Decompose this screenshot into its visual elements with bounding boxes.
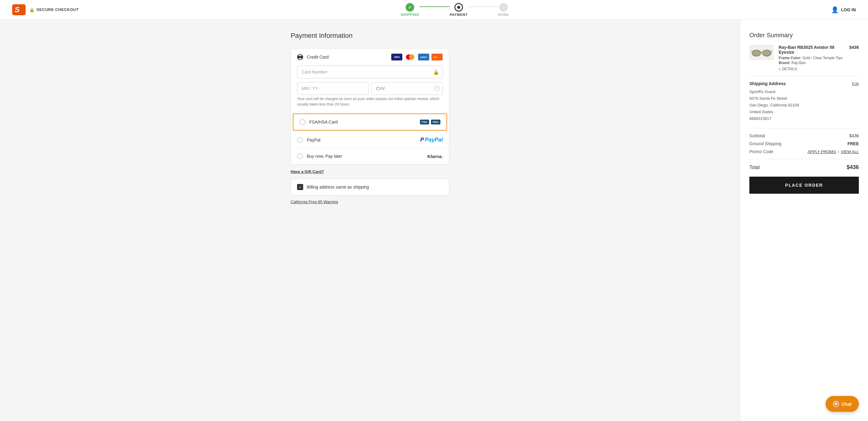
lock-icon: 🔒 — [29, 7, 35, 12]
billing-checkbox[interactable]: ✓ — [297, 184, 303, 190]
klarna-option-left: Buy now, Pay later — [297, 153, 342, 159]
promo-slash: / — [838, 149, 839, 154]
step-line-2 — [468, 6, 498, 7]
total-value: $436 — [847, 164, 859, 171]
login-button[interactable]: 👤 LOG IN — [831, 6, 856, 13]
item-price: $436 — [849, 45, 859, 50]
step-line-1 — [420, 6, 450, 7]
card-number-wrap: 🔒 — [297, 66, 443, 79]
checkout-stepper: ✓ SHIPPING PAYMENT DONE — [401, 3, 509, 17]
paypal-label: PayPal — [307, 138, 320, 143]
left-panel: Payment Information Credit Card VISA — [0, 20, 740, 421]
billing-same-box: ✓ Billing address same as shipping — [291, 179, 449, 195]
cvv-input[interactable] — [371, 82, 443, 95]
header-left: S 🔒 SECURE CHECKOUT — [12, 4, 79, 15]
shipping-country: United States — [749, 109, 859, 115]
expiry-wrap — [297, 82, 368, 95]
klarna-label: Buy now, Pay later — [307, 154, 342, 159]
item-info: Ray-Ban RB3025 Aviator 58 Eyesize $436 F… — [779, 45, 859, 71]
card-note: Your card will be charged as soon as you… — [297, 96, 443, 107]
shipping-address-title: Shipping Address — [749, 81, 786, 86]
svg-text:S: S — [14, 5, 20, 14]
fsa-badge: FSA — [420, 120, 429, 124]
step-shipping-circle: ✓ — [406, 3, 414, 11]
shipping-value: FREE — [847, 141, 859, 146]
svg-point-7 — [763, 50, 771, 56]
cvv-help-icon[interactable]: ? — [434, 86, 440, 91]
card-lock-icon: 🔒 — [433, 69, 439, 75]
cvv-wrap: ? — [371, 82, 443, 95]
chevron-down-icon: ∨ — [779, 67, 781, 71]
discover-icon: DISC — [431, 53, 443, 61]
chat-icon: 💬 — [833, 401, 839, 407]
payment-box: Credit Card VISA AMEX — [291, 48, 449, 164]
fsa-hsa-radio[interactable] — [300, 119, 306, 125]
checkmark-icon: ✓ — [299, 185, 302, 189]
step-done: DONE — [498, 3, 509, 17]
header: S 🔒 SECURE CHECKOUT ✓ SHIPPING PAYMENT D… — [0, 0, 868, 20]
credit-card-option[interactable]: Credit Card VISA AMEX — [291, 49, 449, 66]
item-image — [749, 45, 774, 60]
step-done-label: DONE — [498, 13, 509, 17]
klarna-option[interactable]: Buy now, Pay later Klarna. — [291, 148, 449, 164]
amex-icon: AMEX — [418, 53, 429, 61]
step-done-circle — [499, 3, 508, 11]
subtotal-value: $436 — [849, 133, 859, 138]
card-brand-icons: VISA AMEX DISC — [391, 53, 443, 61]
shipping-price-row: Ground Shipping FREE — [749, 141, 859, 146]
secure-checkout-label: 🔒 SECURE CHECKOUT — [29, 7, 79, 12]
chat-button[interactable]: 💬 Chat — [826, 396, 859, 412]
total-label: Total — [749, 165, 760, 170]
hsa-badge: HSA — [431, 120, 440, 124]
fsa-hsa-option[interactable]: FSA/HSA Card FSA HSA — [293, 114, 447, 130]
fsa-hsa-label: FSA/HSA Card — [309, 120, 338, 124]
klarna-radio[interactable] — [297, 153, 303, 159]
fsa-hsa-container: FSA/HSA Card FSA HSA — [291, 112, 449, 132]
step-shipping: ✓ SHIPPING — [401, 3, 420, 17]
promo-links: APPLY PROMO / VIEW ALL — [808, 149, 859, 154]
place-order-button[interactable]: PLACE ORDER — [749, 177, 859, 194]
gift-card-link[interactable]: Have a Gift Card? — [291, 169, 324, 174]
chat-label: Chat — [841, 401, 851, 407]
main-content: Payment Information Credit Card VISA — [0, 20, 868, 421]
edit-shipping-link[interactable]: Edit — [852, 82, 859, 86]
apply-promo-link[interactable]: APPLY PROMO — [808, 149, 836, 154]
details-toggle[interactable]: ∨ DETAILS — [779, 67, 859, 71]
step-payment-circle — [455, 3, 463, 11]
mastercard-icon — [404, 53, 416, 61]
item-brand: Brand: Ray-Ban — [779, 61, 859, 65]
credit-card-label: Credit Card — [307, 55, 329, 59]
divider-1 — [749, 76, 859, 76]
logo-icon[interactable]: S — [12, 4, 26, 15]
prop65-link[interactable]: California Prop 65 Warning — [291, 200, 338, 204]
shipping-address-header: Shipping Address Edit — [749, 81, 859, 86]
paypal-radio[interactable] — [297, 137, 303, 143]
promo-label: Promo Code — [749, 149, 773, 154]
svg-text:DISC: DISC — [433, 56, 438, 58]
step-shipping-label: SHIPPING — [401, 13, 420, 17]
item-name-price-row: Ray-Ban RB3025 Aviator 58 Eyesize $436 — [779, 45, 859, 56]
credit-card-section: Credit Card VISA AMEX — [291, 49, 449, 112]
shipping-phone: 8888315817 — [749, 115, 859, 122]
svg-line-9 — [771, 51, 772, 52]
divider-2 — [749, 128, 859, 128]
paypal-option-left: PayPal — [297, 137, 320, 143]
view-all-link[interactable]: VIEW ALL — [841, 149, 859, 154]
billing-label: Billing address same as shipping — [307, 185, 369, 189]
item-name: Ray-Ban RB3025 Aviator 58 Eyesize — [779, 45, 849, 55]
credit-card-radio[interactable] — [297, 54, 303, 60]
subtotal-label: Subtotal — [749, 133, 765, 138]
expiry-input[interactable] — [297, 82, 368, 95]
paypal-option[interactable]: PayPal P PayPal — [291, 132, 449, 148]
credit-card-option-left: Credit Card — [297, 54, 329, 60]
shipping-name: SportRx Guest — [749, 88, 859, 95]
paypal-logo: P PayPal — [420, 137, 443, 143]
visa-icon: VISA — [391, 53, 403, 61]
item-frame-color: Frame Color: Gold / Clear Temple Tips — [779, 56, 859, 60]
shipping-street: 5076 Santa Fe Street — [749, 95, 859, 102]
subtotal-row: Subtotal $436 — [749, 133, 859, 138]
card-number-input[interactable] — [297, 66, 443, 79]
step-payment-label: PAYMENT — [450, 13, 468, 17]
order-item: Ray-Ban RB3025 Aviator 58 Eyesize $436 F… — [749, 45, 859, 71]
step-payment: PAYMENT — [450, 3, 468, 17]
